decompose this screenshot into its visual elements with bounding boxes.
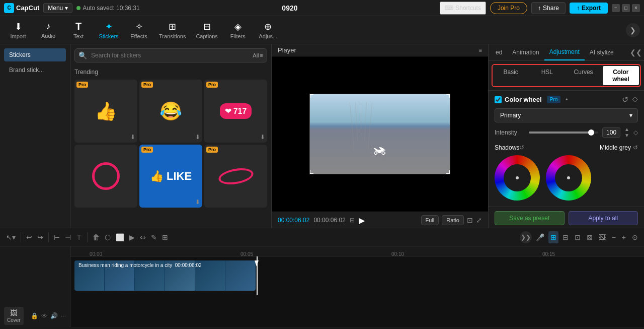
crop-button[interactable]: ⬜ xyxy=(114,231,126,243)
mic-button[interactable]: 🎤 xyxy=(534,231,546,243)
sticker-like-blue[interactable]: Pro 👍 LIKE ⬇ xyxy=(139,145,202,208)
full-button[interactable]: Full xyxy=(421,215,439,225)
tool-import[interactable]: ⬇ Import xyxy=(4,19,32,41)
maximize-button[interactable]: □ xyxy=(622,4,630,12)
share-button[interactable]: ↑ Share xyxy=(531,2,566,14)
middle-grey-color-wheel[interactable] xyxy=(546,155,591,201)
intensity-input[interactable]: 100 xyxy=(602,127,620,138)
panel-tab-stickers[interactable]: Stickers xyxy=(4,48,66,61)
color-wheel-checkbox[interactable] xyxy=(495,96,502,103)
split-button-3[interactable]: ⊤ xyxy=(74,231,84,243)
volume-icon[interactable]: 🔊 xyxy=(50,312,58,319)
tool-text[interactable]: T Text xyxy=(64,19,93,41)
fullscreen-icon[interactable]: ⤢ xyxy=(476,216,482,224)
eye-icon[interactable]: 👁 xyxy=(41,312,47,319)
zoom-out-button[interactable]: − xyxy=(610,231,618,243)
undo-button[interactable]: ↩ xyxy=(24,231,34,243)
export-button[interactable]: ↑ Export xyxy=(570,3,608,14)
tool-effects[interactable]: ✧ Effects xyxy=(125,19,153,41)
mirror-button[interactable]: ⇔ xyxy=(138,231,148,243)
tool-transitions[interactable]: ⊞ Transitions xyxy=(155,19,190,41)
sticker-oval[interactable]: Pro xyxy=(204,145,267,208)
menu-button[interactable]: Menu ▾ xyxy=(43,3,72,13)
delete-button[interactable]: 🗑 xyxy=(91,231,102,243)
left-panel: Stickers Brand stick... xyxy=(0,44,70,228)
cover-icon: 🖼 xyxy=(10,309,17,317)
link-button-3[interactable]: ⊡ xyxy=(573,231,583,243)
shadows-wheel[interactable] xyxy=(495,155,540,201)
tab-adjustment[interactable]: Adjustment xyxy=(544,44,585,60)
player-header: Player ≡ xyxy=(272,44,488,56)
intensity-row: Intensity 100 ▲ ▼ ◇ xyxy=(495,126,638,138)
intensity-thumb[interactable] xyxy=(588,129,594,136)
reset-icon[interactable]: ↺ xyxy=(622,95,628,104)
more-icon[interactable]: ··· xyxy=(61,312,66,319)
video-track[interactable]: Business man riding a motorcycle in a ci… xyxy=(74,260,256,291)
player-menu-icon[interactable]: ≡ xyxy=(478,47,482,54)
sticker-heart-count[interactable]: Pro ❤ 717 ⬇ xyxy=(204,80,267,143)
tab-speed[interactable]: ed xyxy=(491,45,507,60)
adj-tab-color-wheel[interactable]: Color wheel xyxy=(603,66,639,85)
intensity-label: Intensity xyxy=(495,129,525,136)
shape-button[interactable]: ⬡ xyxy=(103,231,113,243)
zoom-fit-button[interactable]: ⊙ xyxy=(630,231,640,243)
tool-audio[interactable]: ♪ Audio xyxy=(34,19,62,41)
ratio-button[interactable]: Ratio xyxy=(442,215,464,225)
intensity-diamond-icon[interactable]: ◇ xyxy=(633,129,638,136)
shortcuts-button[interactable]: ⌨ Shortcuts xyxy=(440,2,486,15)
apply-all-button[interactable]: Apply to all xyxy=(569,211,638,225)
search-input[interactable] xyxy=(74,48,267,62)
crop-icon[interactable]: ⊡ xyxy=(467,216,473,224)
split-button-1[interactable]: ⊢ xyxy=(52,231,62,243)
play-button[interactable]: ▶ xyxy=(359,216,365,225)
tool-adjust[interactable]: ⊕ Adjus... xyxy=(254,19,282,41)
link-button-2[interactable]: ⊟ xyxy=(560,231,571,243)
tab-ai-stylize[interactable]: AI stylize xyxy=(585,45,619,60)
cover-button[interactable]: 🖼 Cover xyxy=(4,307,24,325)
tab-animation[interactable]: Animation xyxy=(507,45,544,60)
adj-tab-hsl[interactable]: HSL xyxy=(529,65,565,86)
adj-tab-curves[interactable]: Curves xyxy=(566,65,602,86)
cover-label: Cover xyxy=(7,317,21,323)
lock-icon[interactable]: 🔒 xyxy=(31,312,38,319)
play-clip-button[interactable]: ▶ xyxy=(127,231,137,243)
sticker-thumbs-up[interactable]: Pro 👍 ⬇ xyxy=(74,80,137,143)
minimize-button[interactable]: − xyxy=(612,4,620,12)
video-corner-tr xyxy=(446,94,450,98)
collapse-panel-button[interactable]: ❮❮ xyxy=(630,48,642,56)
save-preset-button[interactable]: Save as preset xyxy=(495,211,565,225)
split-button-2[interactable]: ⊣ xyxy=(63,231,73,243)
link-button-4[interactable]: ⊠ xyxy=(585,231,595,243)
more-tools-button[interactable]: ❯❯ xyxy=(520,231,532,243)
tool-stickers[interactable]: ✦ Stickers xyxy=(95,19,123,41)
redo-button[interactable]: ↪ xyxy=(35,231,45,243)
close-button[interactable]: × xyxy=(632,4,640,12)
middle-grey-label: Middle grey xyxy=(600,144,631,151)
intensity-slider[interactable] xyxy=(529,131,598,134)
toolbar-separator xyxy=(48,232,49,242)
pro-badge: Pro xyxy=(141,82,153,88)
middle-grey-wheel[interactable] xyxy=(546,155,591,201)
select-tool-button[interactable]: ↖▾ xyxy=(4,231,18,243)
toolbar-more-button[interactable]: ❯ xyxy=(626,23,640,37)
all-filter-button[interactable]: All ≡ xyxy=(253,52,263,58)
join-pro-button[interactable]: Join Pro xyxy=(490,2,527,14)
diamond-icon[interactable]: ◇ xyxy=(632,95,638,104)
tool-filters[interactable]: ◈ Filters xyxy=(224,19,252,41)
shadows-reset-icon[interactable]: ↺ xyxy=(519,144,524,151)
frame-button[interactable]: ⊞ xyxy=(160,231,170,243)
paint-button[interactable]: ✎ xyxy=(149,231,159,243)
middle-grey-reset-icon[interactable]: ↺ xyxy=(633,144,638,151)
sticker-laugh-cry[interactable]: Pro 😂 ⬇ xyxy=(139,80,202,143)
zoom-in-button[interactable]: + xyxy=(620,231,628,243)
tool-captions[interactable]: ⊟ Captions xyxy=(192,19,221,41)
link-button-1[interactable]: ⊞ xyxy=(548,231,558,243)
stepper-down[interactable]: ▼ xyxy=(624,133,629,138)
sticker-ring[interactable] xyxy=(74,145,137,208)
primary-dropdown[interactable]: Primary ▾ xyxy=(495,108,638,122)
panel-tab-brand[interactable]: Brand stick... xyxy=(4,63,66,77)
stepper-up[interactable]: ▲ xyxy=(624,126,629,132)
shadows-color-wheel[interactable] xyxy=(495,155,540,201)
image-button[interactable]: 🖼 xyxy=(597,231,608,243)
adj-tab-basic[interactable]: Basic xyxy=(493,65,529,86)
